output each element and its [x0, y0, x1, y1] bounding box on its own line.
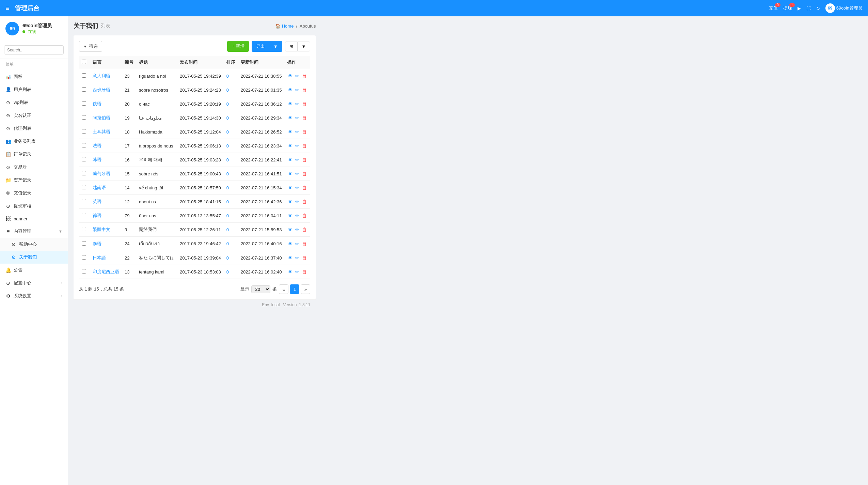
lang-link[interactable]: 德语 [93, 213, 101, 218]
refresh-button[interactable]: ↻ [816, 6, 820, 11]
delete-action-icon[interactable]: 🗑 [301, 170, 307, 177]
row-checkbox[interactable] [82, 157, 86, 161]
edit-action-icon[interactable]: ✏ [295, 254, 300, 261]
view-action-icon[interactable]: 👁 [287, 240, 293, 247]
fullscreen-button[interactable]: ⛶ [806, 6, 811, 11]
edit-action-icon[interactable]: ✏ [295, 198, 300, 205]
select-all-checkbox[interactable] [82, 60, 86, 64]
view-action-icon[interactable]: 👁 [287, 128, 293, 135]
order-link[interactable]: 0 [226, 227, 229, 232]
row-checkbox[interactable] [82, 213, 86, 217]
lang-link[interactable]: 繁體中文 [93, 227, 110, 232]
next-page-button[interactable]: » [301, 284, 310, 294]
sidebar-item-withdraw-review[interactable]: ⊙ 提现审核 [0, 200, 68, 213]
view-action-icon[interactable]: 👁 [287, 268, 293, 275]
lang-link[interactable]: 日本語 [93, 255, 106, 260]
order-link[interactable]: 0 [226, 88, 229, 93]
lang-link[interactable]: 西班牙语 [93, 87, 110, 92]
sidebar-item-banner[interactable]: 🖼 banner [0, 213, 68, 225]
lang-link[interactable]: 葡萄牙语 [93, 171, 110, 176]
row-checkbox[interactable] [82, 199, 86, 203]
order-link[interactable]: 0 [226, 143, 229, 148]
export-dropdown-button[interactable]: ▼ [269, 41, 282, 52]
sidebar-item-staff[interactable]: 👥 业务员列表 [0, 135, 68, 148]
edit-action-icon[interactable]: ✏ [295, 212, 300, 219]
view-action-icon[interactable]: 👁 [287, 198, 293, 205]
order-link[interactable]: 0 [226, 213, 229, 218]
view-dropdown-button[interactable]: ▼ [297, 42, 311, 51]
view-action-icon[interactable]: 👁 [287, 254, 293, 261]
sidebar-item-help[interactable]: ⊙ 帮助中心 [0, 238, 68, 251]
edit-action-icon[interactable]: ✏ [295, 100, 300, 107]
row-checkbox[interactable] [82, 101, 86, 106]
sidebar-item-sysconfig[interactable]: ⚙ 系统设置 › [0, 290, 68, 302]
lang-link[interactable]: 英语 [93, 199, 101, 204]
order-link[interactable]: 0 [226, 74, 229, 79]
view-action-icon[interactable]: 👁 [287, 170, 293, 177]
order-link[interactable]: 0 [226, 241, 229, 246]
delete-action-icon[interactable]: 🗑 [301, 128, 307, 135]
order-link[interactable]: 0 [226, 129, 229, 135]
sidebar-item-trades[interactable]: ⊙ 交易对 [0, 161, 68, 174]
order-link[interactable]: 0 [226, 101, 229, 107]
sidebar-item-orders[interactable]: 📋 订单记录 [0, 148, 68, 161]
view-action-icon[interactable]: 👁 [287, 226, 293, 233]
search-button[interactable]: 🔍 [61, 46, 64, 54]
row-checkbox[interactable] [82, 87, 86, 92]
sidebar-item-aboutus[interactable]: ⊙ 关于我们 [0, 251, 68, 264]
row-checkbox[interactable] [82, 73, 86, 78]
sidebar-item-content[interactable]: ≡ 内容管理 ▼ [0, 225, 68, 238]
sidebar-item-agents[interactable]: ⊙ 代理列表 [0, 122, 68, 135]
edit-action-icon[interactable]: ✏ [295, 184, 300, 191]
delete-action-icon[interactable]: 🗑 [301, 240, 307, 247]
lang-link[interactable]: 俄语 [93, 101, 101, 106]
delete-action-icon[interactable]: 🗑 [301, 87, 307, 93]
view-button[interactable]: ⊞ [285, 42, 297, 51]
view-action-icon[interactable]: 👁 [287, 212, 293, 219]
row-checkbox[interactable] [82, 115, 86, 120]
edit-action-icon[interactable]: ✏ [295, 226, 300, 233]
lang-link[interactable]: 印度尼西亚语 [93, 269, 119, 274]
sidebar-item-notice[interactable]: 🔔 公告 [0, 264, 68, 277]
sidebar-item-vip[interactable]: ⊙ vip列表 [0, 96, 68, 109]
delete-action-icon[interactable]: 🗑 [301, 142, 307, 149]
edit-action-icon[interactable]: ✏ [295, 73, 300, 79]
lang-link[interactable]: 越南语 [93, 185, 106, 190]
view-action-icon[interactable]: 👁 [287, 184, 293, 191]
delete-action-icon[interactable]: 🗑 [301, 100, 307, 107]
row-checkbox[interactable] [82, 143, 86, 147]
order-link[interactable]: 0 [226, 185, 229, 190]
edit-action-icon[interactable]: ✏ [295, 240, 300, 247]
recharge-button[interactable]: 充值 0 [769, 5, 778, 11]
delete-action-icon[interactable]: 🗑 [301, 254, 307, 261]
menu-toggle-icon[interactable]: ≡ [5, 4, 10, 12]
lang-link[interactable]: 泰语 [93, 241, 101, 246]
sidebar-item-dashboard[interactable]: 📊 面板 [0, 70, 68, 83]
filter-button[interactable]: 筛选 [79, 41, 102, 52]
export-button[interactable]: 导出 [252, 41, 269, 52]
search-input[interactable] [4, 46, 61, 54]
row-checkbox[interactable] [82, 185, 86, 189]
order-link[interactable]: 0 [226, 199, 229, 204]
row-checkbox[interactable] [82, 269, 86, 273]
view-action-icon[interactable]: 👁 [287, 142, 293, 149]
delete-action-icon[interactable]: 🗑 [301, 212, 307, 219]
lang-link[interactable]: 土耳其语 [93, 129, 110, 134]
play-button[interactable]: ▶ [798, 6, 801, 11]
order-link[interactable]: 0 [226, 269, 229, 275]
prev-page-button[interactable]: « [279, 284, 288, 294]
edit-action-icon[interactable]: ✏ [295, 114, 300, 121]
view-action-icon[interactable]: 👁 [287, 73, 293, 79]
breadcrumb-home-link[interactable]: Home [282, 24, 294, 29]
add-button[interactable]: + 新增 [227, 41, 249, 52]
edit-action-icon[interactable]: ✏ [295, 268, 300, 275]
row-checkbox[interactable] [82, 241, 86, 246]
withdraw-button[interactable]: 提现 1 [783, 5, 792, 11]
page-1-button[interactable]: 1 [290, 284, 299, 294]
delete-action-icon[interactable]: 🗑 [301, 184, 307, 191]
lang-link[interactable]: 意大利语 [93, 73, 110, 78]
delete-action-icon[interactable]: 🗑 [301, 198, 307, 205]
edit-action-icon[interactable]: ✏ [295, 142, 300, 149]
order-link[interactable]: 0 [226, 115, 229, 121]
row-checkbox[interactable] [82, 255, 86, 260]
